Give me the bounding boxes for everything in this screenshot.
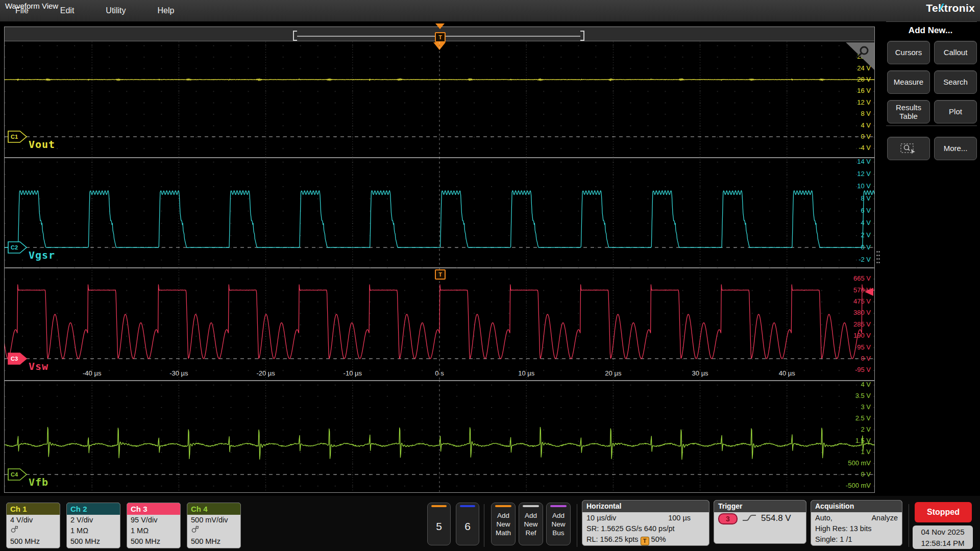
callout-button-label: Callout [944,48,968,57]
waveform-slice-c2[interactable] [5,157,874,267]
horizontal-scale: 10 µs/div [586,513,616,523]
channel-scale: 2 V/div [67,515,120,525]
acquisition-mode: Auto, [815,513,832,523]
scale-label-c4: 500 mV [848,459,871,467]
bottom-bar-separator [577,504,577,547]
channel-number: 6 [456,520,479,533]
menu-item-help[interactable]: Help [157,6,174,15]
measure-button[interactable]: Measure [887,70,930,94]
channel-badge-c1[interactable]: C1 [7,130,28,143]
scale-label-c3: 475 V [853,297,871,306]
logo-text-2: tronix [944,2,975,14]
probe-icon [10,525,18,533]
scale-label-c1: 12 V [857,98,871,107]
plot-button[interactable]: Plot [934,100,977,123]
trigger-level-arrow[interactable] [865,288,873,296]
channel-6-button[interactable]: 6 [456,503,479,545]
more--button[interactable]: More... [934,137,977,160]
scale-label-c4: 4 V [861,381,871,389]
channel-label-vgsr: Vgsr [29,249,55,261]
channel-scale: 4 V/div [7,515,60,525]
overview-right-bracket[interactable] [580,31,584,41]
svg-text:C2: C2 [11,244,18,251]
scale-label-c2: 14 V [857,158,871,166]
scale-label-c4: 0 V [861,470,871,479]
panel-drag-handle[interactable] [876,251,880,265]
horizontal-panel[interactable]: Horizontal 10 µs/div 100 µs SR: 1.5625 G… [582,500,709,546]
time-axis-label: -30 µs [169,369,188,377]
scale-label-c3: 285 V [853,320,871,329]
overview-left-bracket[interactable] [293,31,297,41]
bottom-bar-separator [484,504,484,547]
channel-card-3[interactable]: Ch 395 V/div1 MΩ500 MHz [127,503,181,548]
add-new-math-button[interactable]: AddNewMath [491,503,516,545]
datetime-display: 04 Nov 2025 12:58:14 PM [913,525,973,549]
add-new-label: AddNewRef [519,511,543,537]
trigger-panel[interactable]: Trigger 3 554.8 V [714,500,806,544]
scale-label-c2: -2 V [859,256,871,264]
waveform-slice-c1[interactable] [5,42,874,157]
channel-card-header: Ch 3 [127,503,180,515]
scale-label-c2: 2 V [861,231,871,239]
trigger-position-icon: T [641,537,649,545]
channel-card-2[interactable]: Ch 22 V/div1 MΩ500 MHz [66,503,120,548]
svg-text:C1: C1 [11,134,18,140]
menu-item-utility[interactable]: Utility [106,6,126,15]
menu-bar: FileEditUtilityHelp [0,0,980,21]
waveform-view-title: Waveform View [5,2,58,10]
channel-5-button[interactable]: 5 [427,503,451,545]
channel-label-vfb: Vfb [29,476,48,488]
logo-text: Te [926,2,938,14]
cursors-button-label: Cursors [895,48,922,57]
acquisition-panel[interactable]: Acquisition Auto, Analyze High Res: 13 b… [811,500,902,546]
acquisition-analyze: Analyze [871,513,898,523]
scale-label-c3: 380 V [853,309,871,317]
record-length: RL: 156.25 kpts [586,535,639,543]
results-table-button[interactable]: Results Table [887,100,930,123]
scale-label-c3: 95 V [857,343,871,352]
svg-text:C3: C3 [11,356,18,362]
cursors-button[interactable]: Cursors [887,41,930,64]
probe-icon [191,525,199,533]
scale-label-c4: 3 V [861,403,871,411]
run-status-badge[interactable]: Stopped [915,502,972,522]
trigger-panel-title: Trigger [714,500,806,512]
scale-label-c2: 6 V [861,207,871,215]
channel-coupling [187,525,240,536]
channel-coupling [7,525,60,536]
trigger-t-badge-top[interactable]: T [435,32,446,42]
scale-label-c3: 665 V [853,274,871,283]
channel-card-1[interactable]: Ch 14 V/div500 MHz [6,503,60,548]
callout-button[interactable]: Callout [934,41,977,64]
trigger-position-marker-icon[interactable] [435,23,445,29]
rising-edge-slope-icon [742,513,757,522]
scale-label-c1: 0 V [861,133,871,141]
add-new-ref-button[interactable]: AddNewRef [519,503,543,545]
stripe-icon [495,505,511,507]
plot-button-label: Plot [949,107,962,116]
scale-label-c3: 190 V [853,332,871,340]
acquisition-panel-title: Acquisition [811,500,902,512]
channel-badge-c3[interactable]: C3 [7,352,28,365]
channel-badge-c2[interactable]: C2 [7,241,28,254]
channel-badge-c4[interactable]: C4 [7,468,28,481]
date-text: 04 Nov 2025 [913,527,973,538]
bottom-bar-separator [909,504,909,547]
channel-scale: 95 V/div [127,515,180,525]
channel-bandwidth: 500 MHz [127,536,180,547]
trigger-t-badge-graticule[interactable]: T [435,269,446,280]
results-table-button-label: Results Table [892,103,925,121]
channel-color-stripe [431,505,447,507]
stripe-icon [550,505,567,507]
add-new-bus-button[interactable]: AddNewBus [546,503,571,545]
channel-card-4[interactable]: Ch 4500 mV/div500 MHz [187,503,241,548]
right-panel-divider-2 [886,126,977,126]
menu-item-edit[interactable]: Edit [60,6,75,15]
zoom-region-button[interactable] [887,137,930,160]
waveform-slice-c4[interactable] [5,380,874,492]
channel-number: 5 [428,520,450,533]
waveform-slice-c3[interactable] [5,267,874,380]
search-button[interactable]: Search [934,70,977,94]
zoom-corner-flap[interactable] [846,42,874,70]
scale-label-c2: 8 V [861,194,871,203]
